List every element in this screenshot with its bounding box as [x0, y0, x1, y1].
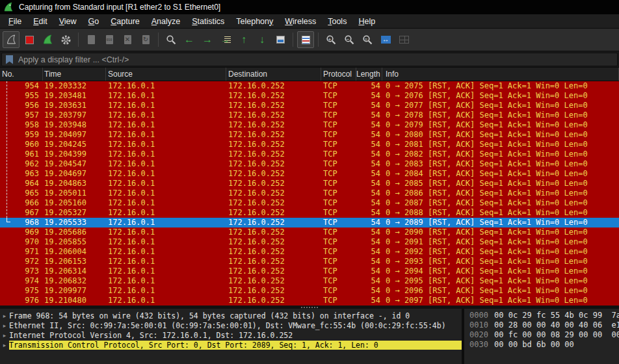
go-forward-button[interactable]: → — [199, 31, 216, 48]
column-header-length[interactable]: Length — [356, 68, 382, 81]
filter-placeholder: Apply a display filter ... <Ctrl-/> — [18, 55, 129, 64]
cell-dst: 172.16.0.252 — [226, 218, 321, 228]
stop-capture-button[interactable] — [21, 31, 38, 48]
column-header-info[interactable]: Info — [382, 68, 619, 81]
packet-row[interactable]: 96319.204697172.16.0.1172.16.0.252TCP540… — [0, 169, 619, 179]
cell-proto: TCP — [321, 110, 356, 120]
go-back-button[interactable]: ← — [181, 31, 198, 48]
packet-row[interactable]: 97319.206314172.16.0.1172.16.0.252TCP540… — [0, 266, 619, 276]
go-to-packet-button[interactable]: → — [217, 31, 234, 48]
cell-len: 54 — [356, 218, 382, 228]
resize-columns-button[interactable]: ↔ — [377, 31, 394, 48]
packet-row[interactable]: 95919.204097172.16.0.1172.16.0.252TCP540… — [0, 130, 619, 140]
packet-row[interactable]: 95619.203631172.16.0.1172.16.0.252TCP540… — [0, 101, 619, 110]
packet-row[interactable]: 95519.203481172.16.0.1172.16.0.252TCP540… — [0, 91, 619, 101]
title-bar[interactable]: Capturing from Standard input [R1 ether2… — [0, 0, 619, 14]
cell-time: 19.205533 — [43, 218, 106, 228]
colorize-packets-button[interactable] — [297, 31, 314, 48]
cell-src: 172.16.0.1 — [106, 91, 226, 101]
packet-row[interactable]: 95419.203332172.16.0.1172.16.0.252TCP540… — [0, 81, 619, 91]
capture-options-button[interactable] — [57, 31, 74, 48]
restart-capture-button[interactable] — [39, 31, 56, 48]
menu-statistics[interactable]: Statistics — [186, 16, 230, 27]
hex-line[interactable]: 002000 fc 00 00 08 29 00 00 00 — [469, 330, 619, 340]
packet-row[interactable]: 96519.205011172.16.0.1172.16.0.252TCP540… — [0, 188, 619, 198]
cell-info: 0 → 2075 [RST, ACK] Seq=1 Ack=1 Win=0 Le… — [382, 81, 619, 91]
packet-row[interactable]: 97519.209977172.16.0.1172.16.0.252TCP540… — [0, 286, 619, 296]
menu-help[interactable]: Help — [352, 16, 381, 27]
zoom-in-button[interactable]: + — [323, 31, 339, 48]
packet-row[interactable]: 97219.206153172.16.0.1172.16.0.252TCP540… — [0, 257, 619, 266]
cell-proto: TCP — [321, 296, 356, 306]
go-first-packet-button[interactable]: ↑ — [235, 31, 252, 48]
packet-row[interactable]: 97119.206004172.16.0.1172.16.0.252TCP540… — [0, 247, 619, 257]
cell-info: 0 → 2094 [RST, ACK] Seq=1 Ack=1 Win=0 Le… — [382, 266, 619, 276]
hex-line[interactable]: 001000 28 00 00 40 00 40 06 e1 — [469, 320, 619, 330]
menu-file[interactable]: File — [3, 16, 27, 27]
zoom-out-button[interactable]: − — [341, 31, 358, 48]
cell-dst: 172.16.0.252 — [226, 101, 321, 110]
menu-edit[interactable]: Edit — [27, 16, 53, 27]
find-packet-button[interactable] — [163, 31, 179, 48]
cell-time: 19.203631 — [43, 101, 106, 110]
menu-view[interactable]: View — [53, 16, 83, 27]
start-capture-button[interactable] — [3, 31, 20, 48]
expand-arrow-icon[interactable]: ▸ — [0, 321, 9, 330]
cell-proto: TCP — [321, 266, 356, 276]
hex-line[interactable]: 003000 00 bd 6b 00 00 — [469, 340, 619, 350]
cell-dst: 172.16.0.252 — [226, 276, 321, 286]
column-header-protocol[interactable]: Protocol — [321, 68, 356, 81]
packet-row[interactable]: 97419.206832172.16.0.1172.16.0.252TCP540… — [0, 276, 619, 286]
svg-text:−: − — [346, 36, 349, 42]
filter-bookmark-icon[interactable] — [6, 55, 13, 64]
menu-telephony[interactable]: Telephony — [230, 16, 279, 27]
packet-row[interactable]: 97019.205855172.16.0.1172.16.0.252TCP540… — [0, 237, 619, 247]
packet-row[interactable]: 96419.204863172.16.0.1172.16.0.252TCP540… — [0, 179, 619, 188]
detail-line[interactable]: ▸Internet Protocol Version 4, Src: 172.1… — [0, 330, 462, 340]
cell-time: 19.205160 — [43, 198, 106, 208]
cell-info: 0 → 2086 [RST, ACK] Seq=1 Ack=1 Win=0 Le… — [382, 188, 619, 198]
cell-len: 54 — [356, 296, 382, 306]
zoom-original-button[interactable]: = — [359, 31, 376, 48]
packet-row[interactable]: 95719.203797172.16.0.1172.16.0.252TCP540… — [0, 110, 619, 120]
main-toolbar: 010✕↻←→→↑↓+−=↔ — [0, 29, 619, 51]
packet-row-selected[interactable]: 96819.205533172.16.0.1172.16.0.252TCP540… — [0, 218, 619, 228]
packet-row[interactable]: 96219.204547172.16.0.1172.16.0.252TCP540… — [0, 159, 619, 169]
cell-dst: 172.16.0.252 — [226, 228, 321, 237]
go-last-packet-button[interactable]: ↓ — [254, 31, 270, 48]
column-header-source[interactable]: Source — [106, 68, 226, 81]
column-header-destination[interactable]: Destination — [226, 68, 321, 81]
packet-row[interactable]: 95819.203948172.16.0.1172.16.0.252TCP540… — [0, 120, 619, 130]
cell-src: 172.16.0.1 — [106, 296, 226, 306]
detail-line[interactable]: ▸Frame 968: 54 bytes on wire (432 bits),… — [0, 311, 462, 320]
hex-line[interactable]: 000000 0c 29 fc 55 4b 0c 99 7a — [469, 311, 619, 320]
auto-scroll-button[interactable] — [272, 31, 289, 48]
menu-analyze[interactable]: Analyze — [146, 16, 186, 27]
horizontal-splitter[interactable] — [0, 306, 619, 309]
cell-time: 19.204399 — [43, 150, 106, 159]
detail-line[interactable]: ▸Ethernet II, Src: 0c:99:7a:5e:00:01 (0c… — [0, 320, 462, 330]
packet-row[interactable]: 96119.204399172.16.0.1172.16.0.252TCP540… — [0, 150, 619, 159]
cell-proto: TCP — [321, 228, 356, 237]
cell-info: 0 → 2078 [RST, ACK] Seq=1 Ack=1 Win=0 Le… — [382, 110, 619, 120]
packet-row[interactable]: 96019.204245172.16.0.1172.16.0.252TCP540… — [0, 140, 619, 150]
expand-arrow-icon[interactable]: ▸ — [0, 341, 9, 350]
menu-capture[interactable]: Capture — [105, 16, 145, 27]
expand-arrow-icon[interactable]: ▸ — [0, 311, 9, 320]
packet-list: 95419.203332172.16.0.1172.16.0.252TCP540… — [0, 81, 619, 306]
packet-row[interactable]: 96619.205160172.16.0.1172.16.0.252TCP540… — [0, 198, 619, 208]
column-header-time[interactable]: Time — [43, 68, 106, 81]
expand-arrow-icon[interactable]: ▸ — [0, 331, 9, 340]
menu-go[interactable]: Go — [83, 16, 105, 27]
display-filter-input[interactable]: Apply a display filter ... <Ctrl-/> — [1, 53, 618, 66]
column-header-no[interactable]: No. — [0, 68, 43, 81]
file-010-icon: 010 — [106, 35, 113, 44]
packet-row[interactable]: 96719.205327172.16.0.1172.16.0.252TCP540… — [0, 208, 619, 218]
menu-tools[interactable]: Tools — [322, 16, 352, 27]
packet-row[interactable]: 97619.210480172.16.0.1172.16.0.252TCP540… — [0, 296, 619, 306]
cell-proto: TCP — [321, 247, 356, 257]
cell-src: 172.16.0.1 — [106, 188, 226, 198]
menu-wireless[interactable]: Wireless — [279, 16, 322, 27]
packet-row[interactable]: 96919.205686172.16.0.1172.16.0.252TCP540… — [0, 228, 619, 237]
detail-line-selected[interactable]: ▸Transmission Control Protocol, Src Port… — [0, 340, 462, 350]
